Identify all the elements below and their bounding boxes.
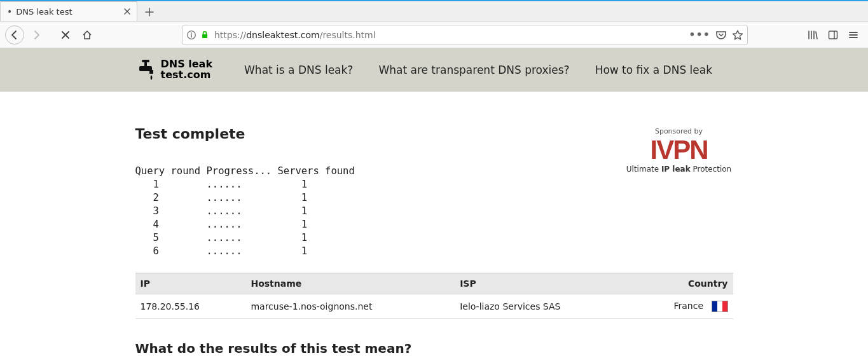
sponsor-tagline: Ultimate IP leak Protection [625,165,733,174]
col-country: Country [631,273,733,294]
url-bar[interactable]: https://dnsleaktest.com/results.html ••• [182,25,748,45]
forward-button[interactable] [27,25,46,44]
svg-rect-9 [149,70,153,74]
svg-rect-10 [712,301,717,312]
logo-text: DNS leak test.com [161,59,213,81]
results-meaning-heading: What do the results of this test mean? [135,341,733,356]
url-text: https://dnsleaktest.com/results.html [214,30,689,40]
pocket-icon[interactable] [715,29,727,41]
tab-loading-dot: • [7,6,12,17]
tab-title: DNS leak test [16,7,121,17]
svg-rect-12 [722,301,727,312]
stop-button[interactable] [56,25,75,44]
svg-rect-2 [191,34,192,38]
col-isp: ISP [455,273,631,294]
hamburger-menu-icon[interactable] [844,25,863,44]
svg-rect-6 [142,60,149,62]
new-tab-button[interactable] [140,3,159,21]
browser-toolbar: https://dnsleaktest.com/results.html ••• [0,21,868,48]
url-prefix: https:// [214,30,246,40]
sponsor-box[interactable]: Sponsored by IVPN Ultimate IP leak Prote… [625,127,733,174]
cell-country: France [631,294,733,319]
lock-icon[interactable] [200,31,209,39]
home-button[interactable] [78,25,97,44]
site-logo[interactable]: DNS leak test.com [135,58,213,81]
url-path: /results.html [320,30,376,40]
results-table: IP Hostname ISP Country 178.20.55.16 mar… [135,273,733,319]
browser-tab[interactable]: • DNS leak test [0,1,137,21]
sidebar-icon[interactable] [823,25,843,44]
page-content: Test complete Query round Progress... Se… [135,92,733,356]
url-host: dnsleaktest.com [246,30,319,40]
table-row: 178.20.55.16 marcuse-1.nos-oignons.net I… [135,294,733,319]
cell-hostname: marcuse-1.nos-oignons.net [245,294,455,319]
nav-transparent-proxies[interactable]: What are transparent DNS proxies? [378,64,569,76]
faucet-icon [135,58,156,81]
page-actions-icon[interactable]: ••• [689,30,710,40]
back-button[interactable] [5,25,24,44]
progress-log: Query round Progress... Servers found 1 … [135,165,733,257]
flag-icon [712,301,728,312]
tab-strip: • DNS leak test [0,0,868,21]
svg-point-1 [191,32,192,34]
nav-what-is[interactable]: What is a DNS leak? [244,64,353,76]
nav-how-to-fix[interactable]: How to fix a DNS leak [595,64,712,76]
svg-rect-11 [717,301,722,312]
site-header: DNS leak test.com What is a DNS leak? Wh… [0,48,868,92]
tab-close-icon[interactable] [121,6,133,17]
svg-rect-4 [829,31,837,39]
col-ip: IP [135,273,246,294]
svg-rect-3 [202,34,207,38]
cell-ip: 178.20.55.16 [135,294,246,319]
col-hostname: Hostname [245,273,455,294]
page-viewport: DNS leak test.com What is a DNS leak? Wh… [0,48,868,356]
bookmark-star-icon[interactable] [732,29,743,41]
library-icon[interactable] [803,25,822,44]
svg-rect-7 [144,62,147,66]
site-info-icon[interactable] [186,30,196,40]
sponsor-brand: IVPN [625,137,733,163]
cell-isp: Ielo-liazo Services SAS [455,294,631,319]
